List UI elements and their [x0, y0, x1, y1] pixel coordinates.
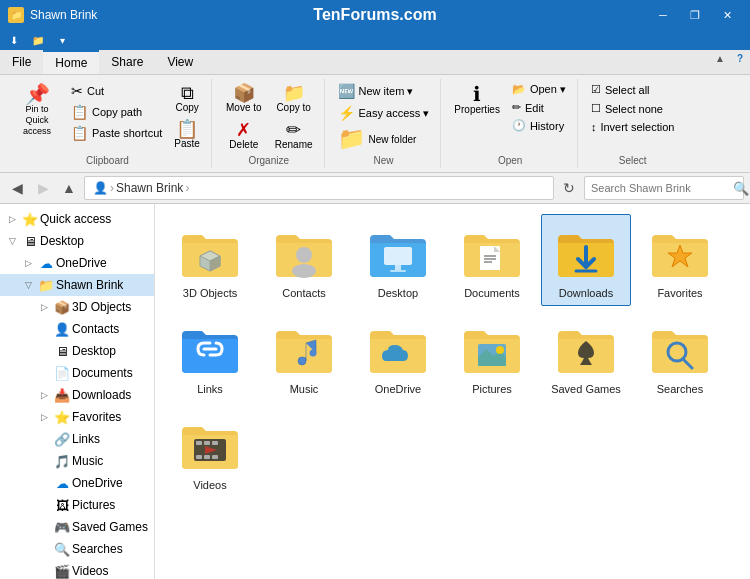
rename-button[interactable]: ✏ Rename	[270, 118, 318, 153]
sidebar-item-favorites[interactable]: ▷ ⭐ Favorites	[0, 406, 154, 428]
delete-button[interactable]: ✗ Delete	[220, 118, 268, 153]
folder-item-desktop[interactable]: Desktop	[353, 214, 443, 306]
folder-item-documents[interactable]: Documents	[447, 214, 537, 306]
expand-3d[interactable]: ▷	[36, 299, 52, 315]
folder-item-links[interactable]: Links	[165, 310, 255, 402]
folder-item-onedrive[interactable]: OneDrive	[353, 310, 443, 402]
sidebar-item-onedrive-sub[interactable]: ☁ OneDrive	[0, 472, 154, 494]
copy-button[interactable]: ⧉ Copy	[170, 81, 203, 116]
ribbon-expand-button[interactable]: ▲	[710, 50, 730, 66]
tab-file[interactable]: File	[0, 50, 43, 74]
sidebar-item-downloads[interactable]: ▷ 📥 Downloads	[0, 384, 154, 406]
folder-item-music[interactable]: Music	[259, 310, 349, 402]
search-icon: 🔍	[733, 181, 749, 196]
downloads-icon: 📥	[54, 387, 70, 403]
minimize-button[interactable]: ─	[648, 5, 678, 25]
clipboard-group-inner: 📌 Pin to Quick access ✂ Cut 📋 Copy path …	[10, 79, 205, 153]
edit-icon: ✏	[512, 101, 521, 114]
search-box[interactable]: 🔍	[584, 176, 744, 200]
open-icon: 📂	[512, 83, 526, 96]
select-group: ☑ Select all ☐ Select none ↕ Invert sele…	[580, 79, 685, 168]
sidebar-item-saved-games[interactable]: 🎮 Saved Games	[0, 516, 154, 538]
back-button[interactable]: ◀	[6, 177, 28, 199]
pin-to-quick-access-button[interactable]: 📌 Pin to Quick access	[10, 81, 64, 139]
close-button[interactable]: ✕	[712, 5, 742, 25]
folder-icon-documents	[462, 227, 522, 279]
sidebar-item-searches[interactable]: 🔍 Searches	[0, 538, 154, 560]
folder-icon-links	[180, 323, 240, 375]
desktop-icon: 🖥	[22, 233, 38, 249]
folder-item-searches[interactable]: Searches	[635, 310, 725, 402]
copy-to-button[interactable]: 📁 Copy to	[270, 81, 318, 116]
cut-button[interactable]: ✂ Cut	[66, 81, 167, 101]
folder-item-3d-objects[interactable]: 3D Objects	[165, 214, 255, 306]
open-button[interactable]: 📂 Open ▾	[507, 81, 571, 98]
tab-share[interactable]: Share	[99, 50, 155, 74]
sidebar-item-pictures[interactable]: 🖼 Pictures	[0, 494, 154, 516]
music-icon: 🎵	[54, 453, 70, 469]
sidebar-item-shawn-brink[interactable]: ▽ 📁 Shawn Brink	[0, 274, 154, 296]
folder-label-music: Music	[290, 383, 319, 395]
select-none-button[interactable]: ☐ Select none	[586, 100, 668, 117]
expand-favorites[interactable]: ▷	[36, 409, 52, 425]
folder-item-downloads[interactable]: Downloads	[541, 214, 631, 306]
folder-item-saved-games[interactable]: Saved Games	[541, 310, 631, 402]
sidebar-item-contacts[interactable]: 👤 Contacts	[0, 318, 154, 340]
expand-onedrive[interactable]: ▷	[20, 255, 36, 271]
tab-view[interactable]: View	[155, 50, 205, 74]
edit-button[interactable]: ✏ Edit	[507, 99, 571, 116]
select-all-button[interactable]: ☑ Select all	[586, 81, 655, 98]
maximize-button[interactable]: ❐	[680, 5, 710, 25]
qa-properties-button[interactable]: ⬇	[4, 32, 24, 48]
sidebar-item-3d-objects[interactable]: ▷ 📦 3D Objects	[0, 296, 154, 318]
sidebar-item-links[interactable]: 🔗 Links	[0, 428, 154, 450]
folder-icon-contacts	[274, 227, 334, 279]
move-to-button[interactable]: 📦 Move to	[220, 81, 268, 116]
folder-item-contacts[interactable]: Contacts	[259, 214, 349, 306]
folder-label-3d-objects: 3D Objects	[183, 287, 237, 299]
expand-quick-access[interactable]: ▷	[4, 211, 20, 227]
qa-dropdown-button[interactable]: ▾	[52, 32, 72, 48]
up-button[interactable]: ▲	[58, 177, 80, 199]
sidebar-item-desktop-sub[interactable]: 🖥 Desktop	[0, 340, 154, 362]
sidebar-item-videos[interactable]: 🎬 Videos	[0, 560, 154, 579]
open-group: ℹ Properties 📂 Open ▾ ✏ Edit 🕐 History	[443, 79, 578, 168]
svg-rect-7	[390, 270, 406, 272]
new-folder-button[interactable]: 📁 New folder	[333, 125, 422, 153]
folder-item-pictures[interactable]: Pictures	[447, 310, 537, 402]
folder-item-favorites[interactable]: Favorites	[635, 214, 725, 306]
title-bar-left: 📁 Shawn Brink	[8, 7, 97, 23]
contacts-icon: 👤	[54, 321, 70, 337]
sidebar-item-music[interactable]: 🎵 Music	[0, 450, 154, 472]
expand-desktop[interactable]: ▽	[4, 233, 20, 249]
qa-new-folder-button[interactable]: 📁	[28, 32, 48, 48]
links-icon: 🔗	[54, 431, 70, 447]
help-button[interactable]: ?	[730, 50, 750, 66]
onedrive-sub-icon: ☁	[54, 475, 70, 491]
copy-path-button[interactable]: 📋 Copy path	[66, 102, 167, 122]
sidebar-item-onedrive[interactable]: ▷ ☁ OneDrive	[0, 252, 154, 274]
folder-icon-wrap-contacts	[272, 221, 336, 285]
folder-item-videos[interactable]: Videos	[165, 406, 255, 498]
easy-access-button[interactable]: ⚡ Easy access ▾	[333, 103, 435, 123]
forward-button[interactable]: ▶	[32, 177, 54, 199]
new-item-button[interactable]: 🆕 New item ▾	[333, 81, 419, 101]
properties-button[interactable]: ℹ Properties	[449, 81, 505, 118]
sidebar-item-quick-access[interactable]: ▷ ⭐ Quick access	[0, 208, 154, 230]
search-input[interactable]	[591, 182, 729, 194]
tab-home[interactable]: Home	[43, 50, 99, 74]
paste-shortcut-button[interactable]: 📋 Paste shortcut	[66, 123, 167, 143]
refresh-button[interactable]: ↻	[558, 177, 580, 199]
history-button[interactable]: 🕐 History	[507, 117, 571, 134]
sidebar-item-desktop[interactable]: ▽ 🖥 Desktop	[0, 230, 154, 252]
sidebar-item-documents[interactable]: 📄 Documents	[0, 362, 154, 384]
paste-button[interactable]: 📋 Paste	[169, 117, 205, 152]
expand-downloads[interactable]: ▷	[36, 387, 52, 403]
cut-icon: ✂	[71, 83, 83, 99]
address-path[interactable]: 👤 › Shawn Brink ›	[84, 176, 554, 200]
copy-path-icon: 📋	[71, 104, 88, 120]
invert-selection-button[interactable]: ↕ Invert selection	[586, 119, 679, 135]
folder-icon-wrap-3d	[178, 221, 242, 285]
expand-shawn-brink[interactable]: ▽	[20, 277, 36, 293]
folder-icon-wrap-onedrive	[366, 317, 430, 381]
